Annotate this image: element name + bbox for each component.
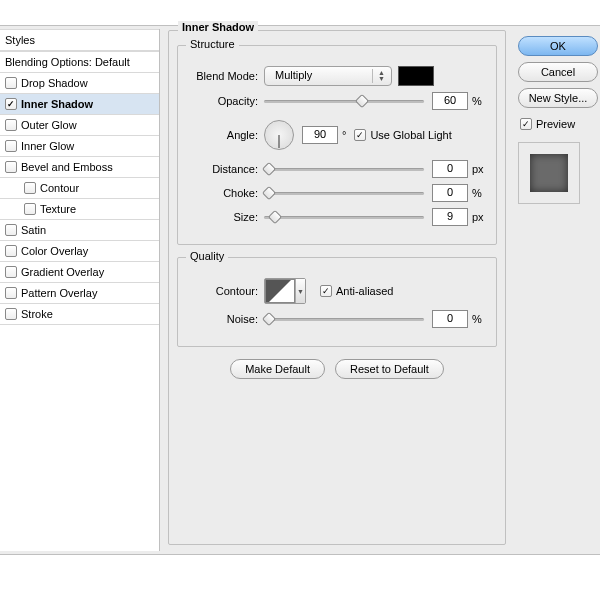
- sidebar-item-outer-glow[interactable]: Outer Glow: [0, 115, 159, 136]
- opacity-unit: %: [472, 95, 482, 107]
- sidebar-item-bevel-and-emboss[interactable]: Bevel and Emboss: [0, 157, 159, 178]
- reset-default-button[interactable]: Reset to Default: [335, 359, 444, 379]
- preview-swatch: [530, 154, 568, 192]
- style-label: Inner Glow: [21, 140, 154, 152]
- choke-slider[interactable]: [264, 186, 424, 200]
- style-label: Bevel and Emboss: [21, 161, 154, 173]
- size-label: Size:: [188, 211, 264, 223]
- distance-unit: px: [472, 163, 484, 175]
- choke-input[interactable]: 0: [432, 184, 468, 202]
- opacity-input[interactable]: 60: [432, 92, 468, 110]
- quality-group: Quality Contour: ▼ Anti-aliased Noise:: [177, 257, 497, 347]
- sidebar-item-texture[interactable]: Texture: [0, 199, 159, 220]
- antialias-checkbox[interactable]: [320, 285, 332, 297]
- size-slider[interactable]: [264, 210, 424, 224]
- style-checkbox[interactable]: [24, 203, 36, 215]
- style-label: Color Overlay: [21, 245, 154, 257]
- inner-shadow-panel: Inner Shadow Structure Blend Mode: Multi…: [160, 26, 514, 554]
- sidebar-item-pattern-overlay[interactable]: Pattern Overlay: [0, 283, 159, 304]
- sidebar-item-satin[interactable]: Satin: [0, 220, 159, 241]
- style-checkbox[interactable]: [5, 98, 17, 110]
- use-global-light-checkbox[interactable]: [354, 129, 366, 141]
- panel-title: Inner Shadow: [178, 21, 258, 33]
- style-checkbox[interactable]: [5, 77, 17, 89]
- shadow-color-swatch[interactable]: [398, 66, 434, 86]
- style-checkbox[interactable]: [24, 182, 36, 194]
- sidebar-item-drop-shadow[interactable]: Drop Shadow: [0, 73, 159, 94]
- style-label: Stroke: [21, 308, 154, 320]
- contour-label: Contour:: [188, 285, 264, 297]
- style-label: Satin: [21, 224, 154, 236]
- blend-mode-select[interactable]: Multiply ▲▼: [264, 66, 392, 86]
- antialias-label: Anti-aliased: [336, 285, 393, 297]
- preview-box: [518, 142, 580, 204]
- cancel-button[interactable]: Cancel: [518, 62, 598, 82]
- style-checkbox[interactable]: [5, 161, 17, 173]
- structure-title: Structure: [186, 38, 239, 50]
- opacity-label: Opacity:: [188, 95, 264, 107]
- new-style-button[interactable]: New Style...: [518, 88, 598, 108]
- style-checkbox[interactable]: [5, 287, 17, 299]
- noise-input[interactable]: 0: [432, 310, 468, 328]
- sidebar-blending-options[interactable]: Blending Options: Default: [0, 51, 159, 73]
- blending-options-label: Blending Options: Default: [5, 56, 154, 68]
- sidebar-item-gradient-overlay[interactable]: Gradient Overlay: [0, 262, 159, 283]
- style-label: Pattern Overlay: [21, 287, 154, 299]
- ok-button[interactable]: OK: [518, 36, 598, 56]
- angle-dial[interactable]: [264, 120, 294, 150]
- style-label: Texture: [40, 203, 154, 215]
- sidebar-item-contour[interactable]: Contour: [0, 178, 159, 199]
- style-checkbox[interactable]: [5, 140, 17, 152]
- style-label: Drop Shadow: [21, 77, 154, 89]
- style-label: Outer Glow: [21, 119, 154, 131]
- choke-unit: %: [472, 187, 482, 199]
- preview-checkbox[interactable]: [520, 118, 532, 130]
- preview-label: Preview: [536, 118, 575, 130]
- noise-label: Noise:: [188, 313, 264, 325]
- style-label: Inner Shadow: [21, 98, 154, 110]
- distance-label: Distance:: [188, 163, 264, 175]
- style-checkbox[interactable]: [5, 308, 17, 320]
- sidebar-item-inner-glow[interactable]: Inner Glow: [0, 136, 159, 157]
- dialog-buttons-column: OK Cancel New Style... Preview: [514, 26, 600, 554]
- blend-mode-label: Blend Mode:: [188, 70, 264, 82]
- sidebar-item-stroke[interactable]: Stroke: [0, 304, 159, 325]
- style-checkbox[interactable]: [5, 224, 17, 236]
- layer-style-dialog: Styles Blending Options: Default Drop Sh…: [0, 25, 600, 555]
- blend-mode-value: Multiply: [275, 69, 312, 81]
- opacity-slider[interactable]: [264, 94, 424, 108]
- angle-input[interactable]: 90: [302, 126, 338, 144]
- style-checkbox[interactable]: [5, 119, 17, 131]
- contour-picker[interactable]: ▼: [264, 278, 306, 304]
- styles-sidebar: Styles Blending Options: Default Drop Sh…: [0, 29, 160, 551]
- choke-label: Choke:: [188, 187, 264, 199]
- noise-slider[interactable]: [264, 312, 424, 326]
- distance-slider[interactable]: [264, 162, 424, 176]
- size-unit: px: [472, 211, 484, 223]
- angle-unit: °: [342, 129, 346, 141]
- quality-title: Quality: [186, 250, 228, 262]
- sidebar-item-color-overlay[interactable]: Color Overlay: [0, 241, 159, 262]
- style-checkbox[interactable]: [5, 245, 17, 257]
- structure-group: Structure Blend Mode: Multiply ▲▼ Opacit…: [177, 45, 497, 245]
- size-input[interactable]: 9: [432, 208, 468, 226]
- sidebar-header-styles[interactable]: Styles: [0, 29, 159, 51]
- style-label: Contour: [40, 182, 154, 194]
- distance-input[interactable]: 0: [432, 160, 468, 178]
- use-global-light-label: Use Global Light: [370, 129, 451, 141]
- noise-unit: %: [472, 313, 482, 325]
- make-default-button[interactable]: Make Default: [230, 359, 325, 379]
- style-label: Gradient Overlay: [21, 266, 154, 278]
- style-checkbox[interactable]: [5, 266, 17, 278]
- angle-label: Angle:: [188, 129, 264, 141]
- sidebar-item-inner-shadow[interactable]: Inner Shadow: [0, 94, 159, 115]
- styles-header-label: Styles: [5, 34, 154, 46]
